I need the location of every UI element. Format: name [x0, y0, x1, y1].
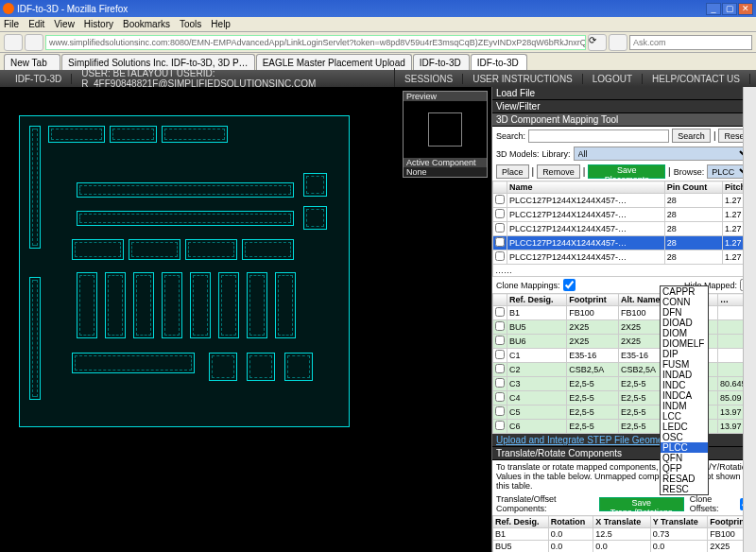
row-check[interactable] [495, 321, 505, 331]
dropdown-item[interactable]: QFN [661, 453, 708, 463]
menu-history[interactable]: History [84, 19, 113, 29]
view-filter-header[interactable]: View/Filter [492, 100, 756, 113]
row-check[interactable] [495, 392, 505, 402]
dropdown-item[interactable]: QFP [661, 463, 708, 474]
window-titlebar: IDF-to-3D - Mozilla Firefox _ ▢ ✕ [0, 0, 756, 17]
table-row[interactable]: PLCC127P1244X1244X457-…281.27 [493, 194, 756, 208]
table-row[interactable]: C2CSB2,5ACSB2,5ARESA [493, 363, 756, 377]
row-check[interactable] [495, 378, 505, 388]
menu-file[interactable]: File [4, 19, 19, 29]
active-component-title: Active Component [404, 158, 487, 167]
dropdown-item[interactable]: DFN [661, 307, 708, 318]
table-row[interactable]: BU62X252X25TSW- [493, 335, 756, 349]
row-check[interactable] [495, 209, 505, 218]
dropdown-item[interactable]: LEDC [661, 422, 708, 432]
nav-sessions[interactable]: SESSIONS [395, 74, 463, 84]
mapping-tool-header: 3D Component Mapping Tool [492, 113, 756, 127]
row-check[interactable] [495, 251, 505, 261]
row-check[interactable] [495, 237, 505, 247]
table-row[interactable]: PLCC127P1244X1244X457-…281.27 [493, 208, 756, 222]
row-check[interactable] [495, 223, 505, 233]
url-bar[interactable]: www.simplifiedsolutionsinc.com:8080/EMN-… [45, 35, 586, 50]
dropdown-item[interactable]: CONN [661, 297, 708, 307]
browser-search[interactable] [629, 35, 752, 50]
row-check[interactable] [495, 406, 505, 416]
forward-button[interactable] [25, 34, 43, 51]
row-check[interactable] [495, 364, 505, 373]
place-button[interactable]: Place [496, 164, 529, 179]
dropdown-item[interactable]: LCC [661, 411, 708, 422]
row-check[interactable] [495, 195, 505, 204]
row-check[interactable] [495, 350, 505, 359]
table-row[interactable]: C3E2,5-5E2,5-5E2,5-580.645 [493, 377, 756, 391]
row-check[interactable] [495, 307, 505, 317]
upload-step-link[interactable]: Upload and Integrate STEP File Geometry [492, 434, 756, 447]
row-check[interactable] [495, 421, 505, 430]
scrollbar[interactable] [743, 87, 756, 552]
tab-4[interactable]: IDF-to-3D [413, 54, 470, 70]
back-button[interactable] [4, 34, 23, 51]
preview-panel: Preview Active Component None [403, 91, 488, 178]
remove-button[interactable]: Remove [537, 164, 580, 179]
menu-edit[interactable]: Edit [28, 19, 44, 29]
dropdown-item[interactable]: INDC [661, 380, 708, 390]
stop-button[interactable] [609, 34, 627, 51]
row-check[interactable] [495, 336, 505, 345]
table-row[interactable]: PLCC127P1244X1244X457-…281.27 [493, 222, 756, 236]
search-input[interactable] [528, 129, 669, 143]
dropdown-item[interactable]: RESC [661, 484, 708, 494]
dropdown-item[interactable]: FUSM [661, 359, 708, 370]
browser-navbar: www.simplifiedsolutionsinc.com:8080/EMN-… [0, 32, 756, 53]
menu-bookmarks[interactable]: Bookmarks [123, 19, 170, 29]
dropdown-item[interactable]: RESAD [661, 474, 708, 484]
menu-help[interactable]: Help [211, 19, 231, 29]
save-trans-button[interactable]: Save Trans./Rotations [599, 497, 684, 511]
dropdown-item[interactable]: OSC [661, 432, 708, 442]
table-row[interactable]: C5E2,5-5E2,5-5E2,5-513.97 [493, 405, 756, 420]
minimize-button[interactable]: _ [706, 3, 721, 15]
nav-instructions[interactable]: USER INSTRUCTIONS [463, 74, 583, 84]
active-component-value: None [404, 167, 487, 177]
nav-logout[interactable]: LOGOUT [583, 74, 643, 84]
table-row[interactable]: BU52X252X25TSW- [493, 320, 756, 335]
library-select[interactable]: All [574, 147, 752, 161]
clone-mappings-check[interactable] [563, 279, 576, 291]
reload-button[interactable]: ⟳ [588, 34, 607, 51]
pcb-viewer[interactable]: Preview Active Component None [0, 87, 491, 552]
maximize-button[interactable]: ▢ [722, 3, 737, 15]
dropdown-item[interactable]: DIOMELF [661, 338, 708, 349]
save-placements-button[interactable]: Save Placements [588, 164, 665, 179]
table-row[interactable]: B10.012.50.73FB100 [493, 528, 756, 541]
table-row[interactable]: PLCC127P1244X1244X457-…281.27 [493, 250, 756, 265]
menu-view[interactable]: View [54, 19, 75, 29]
table-row[interactable]: BU50.00.00.02X25 [493, 541, 756, 553]
table-row[interactable]: C4E2,5-5E2,5-5E2,5-585.09 [493, 391, 756, 405]
menu-tools[interactable]: Tools [180, 19, 201, 29]
dropdown-item[interactable]: INDM [661, 401, 708, 411]
table-row[interactable]: B1FB100FB100FB-100 [493, 306, 756, 320]
tab-1[interactable]: New Tab [4, 54, 60, 70]
table-row[interactable]: C1E35-16E35-16RESA [493, 349, 756, 363]
nav-help[interactable]: HELP/CONTACT US [643, 74, 750, 84]
dropdown-item[interactable]: DIOAD [661, 318, 708, 328]
dropdown-item[interactable]: DIP [661, 349, 708, 359]
close-button[interactable]: ✕ [738, 3, 753, 15]
firefox-icon [3, 3, 14, 14]
app-home[interactable]: IDF-TO-3D [6, 74, 72, 84]
tab-5-active[interactable]: IDF-to-3D [471, 54, 527, 70]
search-button[interactable]: Search [672, 129, 711, 143]
table-row[interactable]: C6E2,5-5E2,5-5E2,5-513.97 [493, 420, 756, 434]
dropdown-item[interactable]: INDCA [661, 390, 708, 401]
app-user: USER: BETALAYOUT USERID: R_4FF90848821F@… [72, 68, 395, 89]
dropdown-item[interactable]: DIOM [661, 328, 708, 338]
window-title: IDF-to-3D - Mozilla Firefox [17, 4, 128, 14]
search-label: Search: [496, 131, 525, 141]
table-row[interactable]: PLCC127P1244X1244X457-…281.27 [493, 236, 756, 250]
load-file-header[interactable]: Load File [492, 87, 756, 100]
dropdown-item[interactable]: PLCC [661, 442, 708, 453]
browse-dropdown-list[interactable]: CAPPRCONNDFNDIOADDIOMDIOMELFDIPFUSMINDAD… [660, 285, 709, 495]
preview-title: Preview [404, 92, 487, 101]
dropdown-item[interactable]: INDAD [661, 370, 708, 380]
app-navbar: IDF-TO-3D USER: BETALAYOUT USERID: R_4FF… [0, 70, 756, 87]
dropdown-item[interactable]: CAPPR [661, 286, 708, 297]
